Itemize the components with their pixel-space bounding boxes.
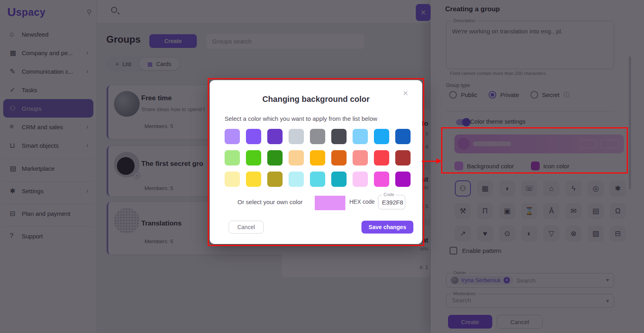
color-swatch[interactable] [353, 172, 368, 187]
color-swatch[interactable] [395, 172, 411, 187]
color-swatch[interactable] [353, 150, 368, 165]
color-swatch[interactable] [267, 150, 283, 165]
color-swatch[interactable] [331, 172, 347, 187]
color-swatch[interactable] [374, 150, 389, 165]
modal-cancel-button[interactable]: Cancel [229, 221, 264, 234]
color-picker-modal: × Changing background color Select a col… [210, 80, 422, 244]
hex-code-field[interactable]: Code E392F8 [378, 195, 405, 209]
modal-subtitle: Select a color which you want to apply f… [225, 115, 377, 122]
color-swatch[interactable] [225, 150, 240, 165]
color-swatch[interactable] [267, 172, 283, 187]
modal-title: Changing background color [210, 95, 422, 104]
color-swatch[interactable] [395, 150, 411, 165]
hex-code-label: HEX code [349, 199, 375, 205]
color-swatch[interactable] [331, 129, 347, 144]
color-swatch[interactable] [289, 129, 304, 144]
modal-save-button[interactable]: Save changes [361, 221, 413, 234]
color-swatch[interactable] [289, 150, 304, 165]
color-swatch[interactable] [331, 150, 347, 165]
color-swatch[interactable] [353, 129, 368, 144]
color-swatch[interactable] [267, 129, 283, 144]
color-swatch[interactable] [310, 172, 325, 187]
color-swatch[interactable] [289, 172, 304, 187]
color-swatch[interactable] [225, 172, 240, 187]
own-color-label: Or select your own color [237, 199, 303, 205]
color-swatch[interactable] [310, 129, 325, 144]
color-swatch[interactable] [246, 150, 261, 165]
color-swatch[interactable] [374, 172, 389, 187]
color-swatch[interactable] [225, 129, 240, 144]
color-swatch[interactable] [395, 129, 411, 144]
code-label: Code [382, 192, 396, 197]
color-swatch[interactable] [246, 172, 261, 187]
color-swatch[interactable] [246, 129, 261, 144]
code-value: E392F8 [382, 199, 404, 206]
color-swatch[interactable] [310, 150, 325, 165]
app-window: U spacy ⚲ ⌂Newsfeed▦Company and pe...›✎C… [0, 0, 644, 333]
color-swatch[interactable] [374, 129, 389, 144]
custom-color-preview[interactable] [315, 196, 345, 210]
